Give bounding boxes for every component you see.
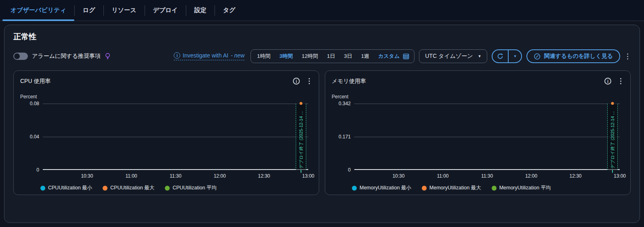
chart-kebab-menu[interactable] <box>306 76 312 86</box>
time-range-3h[interactable]: 3時間 <box>275 53 297 60</box>
deployment-annotation-label: デプロイ終了 (2025-12-14 ... <box>610 111 615 169</box>
cpu-chart-plot[interactable]: 0.08 0.04 0 10:30 11:00 11:30 12:00 12:3… <box>43 104 308 170</box>
y-axis-unit-label: Percent <box>20 94 312 100</box>
chevron-down-icon: ▼ <box>478 55 482 58</box>
y-tick-label: 0.342 <box>339 101 351 106</box>
legend-label: CPUUtilization 最小 <box>48 185 92 191</box>
x-tick-label: 11:30 <box>170 173 181 179</box>
explore-related-button[interactable]: 関連するものを詳しく見る <box>526 49 620 63</box>
legend-color-swatch <box>165 186 170 191</box>
controls-row: アラームに関する推奨事項 i Investigate with AI - new… <box>13 49 631 63</box>
annotation-axis-tick <box>301 170 301 173</box>
max-datapoint-marker <box>299 102 302 105</box>
memory-chart-plot[interactable]: 0.342 0.171 0 10:30 11:00 11:30 12:00 12… <box>354 104 620 170</box>
chart-legend: MemoryUtilization 最小 MemoryUtilization 最… <box>352 185 624 191</box>
charts-row: CPU 使用率 i Percent 0.08 0.04 0 10:30 11:0… <box>13 70 631 195</box>
x-tick-label: 11:00 <box>125 173 137 179</box>
x-tick-label: 12:00 <box>525 173 537 179</box>
tab-deploy[interactable]: デプロイ <box>145 0 186 21</box>
legend-item[interactable]: MemoryUtilization 最大 <box>422 185 481 191</box>
legend-item[interactable]: MemoryUtilization 最小 <box>352 185 411 191</box>
info-icon[interactable]: i <box>604 78 611 85</box>
info-icon[interactable]: i <box>293 78 300 85</box>
x-tick-label: 10:30 <box>392 173 404 179</box>
x-tick-label: 11:00 <box>437 173 448 179</box>
legend-item[interactable]: CPUUtilization 最大 <box>103 185 154 191</box>
calendar-icon[interactable] <box>403 53 409 59</box>
max-datapoint-marker <box>611 102 614 105</box>
service-tabbar: オブザーバビリティ ログ リソース デプロイ 設定 タグ <box>0 0 644 21</box>
y-tick-label: 0 <box>348 167 351 173</box>
y-axis-unit-label: Percent <box>332 94 624 100</box>
chart-title: CPU 使用率 <box>20 78 51 85</box>
chart-title: メモリ使用率 <box>332 78 366 85</box>
time-range-1h[interactable]: 1時間 <box>253 53 275 60</box>
investigate-with-ai-link[interactable]: i Investigate with AI - new <box>174 52 244 60</box>
legend-color-swatch <box>103 186 107 191</box>
y-tick-label: 0 <box>36 167 39 173</box>
time-range-segmented-control: 1時間 3時間 12時間 1日 3日 1週 カスタム <box>250 49 415 63</box>
health-panel: 正常性 アラームに関する推奨事項 i Investigate with AI -… <box>4 25 640 223</box>
chart-kebab-menu[interactable] <box>618 76 624 86</box>
cpu-utilization-card: CPU 使用率 i Percent 0.08 0.04 0 10:30 11:0… <box>13 70 319 195</box>
tab-logs[interactable]: ログ <box>75 0 103 21</box>
y-tick-label: 0.04 <box>30 134 39 140</box>
refresh-options-caret[interactable]: ▼ <box>509 50 521 62</box>
legend-color-swatch <box>492 186 497 191</box>
memory-utilization-card: メモリ使用率 i Percent 0.342 0.171 0 10:30 11:… <box>325 70 631 195</box>
y-tick-label: 0.171 <box>339 134 351 140</box>
alarm-toggle-label: アラームに関する推奨事項 <box>32 53 101 60</box>
gridline <box>43 104 308 104</box>
info-icon: i <box>174 52 180 59</box>
legend-item[interactable]: CPUUtilization 平均 <box>165 185 217 191</box>
chart-legend: CPUUtilization 最小 CPUUtilization 最大 CPUU… <box>40 185 312 191</box>
legend-color-swatch <box>352 186 357 191</box>
investigate-label: Investigate with AI <box>183 52 228 59</box>
legend-label: MemoryUtilization 最小 <box>360 185 411 191</box>
x-tick-label: 10:30 <box>81 173 93 179</box>
legend-item[interactable]: CPUUtilization 最小 <box>40 185 92 191</box>
timezone-label: UTC タイムゾーン <box>425 53 473 60</box>
time-range-custom[interactable]: カスタム <box>374 53 402 60</box>
x-tick-label: 12:30 <box>569 173 581 179</box>
tab-tags[interactable]: タグ <box>215 0 244 21</box>
lightbulb-icon <box>105 53 111 60</box>
gridline <box>43 137 308 137</box>
gridline <box>354 104 620 104</box>
y-tick-label: 0.08 <box>30 101 39 106</box>
alarm-recommendations-toggle[interactable] <box>13 53 28 60</box>
x-axis-line <box>354 169 620 170</box>
legend-label: MemoryUtilization 平均 <box>499 185 551 191</box>
toggle-knob <box>14 53 20 59</box>
tab-resources[interactable]: リソース <box>104 0 145 21</box>
x-tick-label: 12:00 <box>214 173 226 179</box>
legend-label: CPUUtilization 平均 <box>173 185 217 191</box>
panel-kebab-menu[interactable] <box>625 52 631 61</box>
x-tick-label: 11:30 <box>481 173 493 179</box>
x-axis-line <box>43 169 308 170</box>
tab-observability[interactable]: オブザーバビリティ <box>2 0 74 21</box>
deployment-annotation-label: デプロイ終了 (2025-12-14 ... <box>299 111 303 169</box>
legend-label: CPUUtilization 最大 <box>110 185 154 191</box>
time-range-12h[interactable]: 12時間 <box>297 53 322 60</box>
deployment-annotation-band[interactable]: デプロイ終了 (2025-12-14 ... <box>296 104 306 170</box>
refresh-split-button: ▼ <box>492 49 522 63</box>
timezone-dropdown[interactable]: UTC タイムゾーン ▼ <box>419 49 487 63</box>
time-range-1w[interactable]: 1週 <box>357 53 374 60</box>
time-range-1d[interactable]: 1日 <box>322 53 339 60</box>
gridline <box>354 137 620 137</box>
explore-button-label: 関連するものを詳しく見る <box>544 53 613 60</box>
x-tick-label: 13:00 <box>302 173 314 179</box>
x-tick-label: 13:00 <box>614 173 626 179</box>
panel-title: 正常性 <box>13 32 631 42</box>
legend-item[interactable]: MemoryUtilization 平均 <box>492 185 551 191</box>
tab-settings[interactable]: 設定 <box>186 0 215 21</box>
x-tick-label: 12:30 <box>258 173 270 179</box>
deployment-annotation-band[interactable]: デプロイ終了 (2025-12-14 ... <box>607 104 618 170</box>
investigate-new-badge: - new <box>231 52 244 59</box>
right-controls: i Investigate with AI - new 1時間 3時間 12時間… <box>174 49 631 63</box>
refresh-button[interactable] <box>492 50 508 62</box>
legend-color-swatch <box>422 186 427 191</box>
compass-icon <box>534 53 541 60</box>
time-range-3d[interactable]: 3日 <box>340 53 357 60</box>
